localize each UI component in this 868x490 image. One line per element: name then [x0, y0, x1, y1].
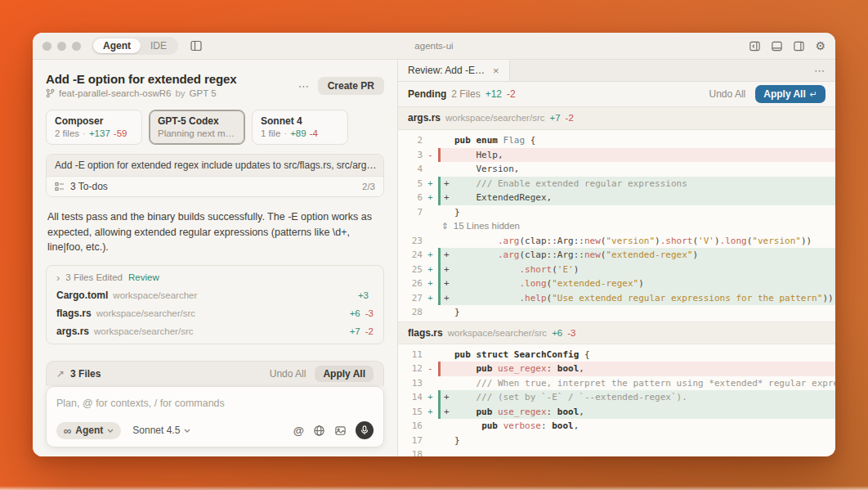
- todo-count: 3 To-dos: [70, 181, 108, 192]
- additions-count: +137: [89, 128, 110, 138]
- diff-marker: [423, 376, 438, 391]
- infinity-icon: ∞: [64, 425, 71, 437]
- chevron-down-icon: [107, 429, 114, 433]
- branch-name[interactable]: feat-parallel-search-oswR6: [59, 88, 171, 98]
- image-icon[interactable]: [334, 425, 347, 437]
- file-name: args.rs: [408, 112, 441, 124]
- edited-file-row[interactable]: flags.rs workspace/searcher/src +6-3: [47, 304, 383, 322]
- tab-agent[interactable]: Agent: [93, 38, 141, 53]
- code-line: 28}: [398, 305, 835, 320]
- line-number: 27: [398, 291, 423, 306]
- code-line: 18: [398, 447, 835, 456]
- card-gpt5-codex[interactable]: GPT-5 Codex Planning next m…: [149, 110, 245, 145]
- close-icon[interactable]: ×: [493, 65, 499, 76]
- expand-icon: ⇕: [441, 221, 449, 231]
- line-number: 6: [398, 191, 423, 205]
- microphone-button[interactable]: [356, 421, 374, 439]
- review-tabbar: Review: Add -E… × ⋯: [398, 60, 835, 82]
- diff-marker: [423, 447, 438, 456]
- file-name: flags.rs: [56, 308, 92, 319]
- diff-marker: [423, 419, 438, 434]
- additions-count: +3: [358, 290, 369, 300]
- line-number: 4: [398, 162, 423, 177]
- code-line: 7}: [398, 205, 835, 220]
- panel-bottom-icon[interactable]: [771, 40, 783, 52]
- hidden-lines-row[interactable]: ⇕15 Lines hidden: [398, 219, 835, 234]
- undo-all-button[interactable]: Undo All: [709, 88, 746, 100]
- tab-ide[interactable]: IDE: [141, 38, 177, 53]
- mode-switch: Agent IDE: [92, 37, 178, 55]
- tab-label: Review: Add -E…: [408, 65, 485, 76]
- return-key-icon: ↵: [810, 89, 817, 100]
- review-panel: Review: Add -E… × ⋯ Pending 2 Files +12 …: [398, 60, 835, 456]
- todo-progress: 2/3: [362, 182, 375, 191]
- diff-marker: -: [423, 148, 438, 163]
- agent-mode-dropdown[interactable]: ∞ Agent: [56, 422, 121, 439]
- line-number: 15: [398, 405, 423, 420]
- card-status: Planning next m…: [158, 128, 235, 138]
- line-number: 16: [398, 419, 423, 434]
- diff-marker: [423, 205, 438, 220]
- review-link[interactable]: Review: [128, 272, 159, 282]
- minimize-window-button[interactable]: [57, 42, 66, 51]
- card-files: 1 file: [261, 128, 280, 138]
- diff-area: args.rs workspace/searcher/src +7-2 2pub…: [398, 107, 835, 456]
- edited-file-row[interactable]: args.rs workspace/searcher/src +7-2: [47, 322, 383, 340]
- line-number: 2: [398, 133, 423, 148]
- diff-file-header[interactable]: flags.rs workspace/searcher/src +6-3: [398, 321, 835, 344]
- card-title: Sonnet 4: [261, 115, 339, 127]
- line-number: 25: [398, 263, 423, 277]
- panel-left-collapse-icon[interactable]: [749, 40, 761, 52]
- code-line: 2pub enum Flag {: [398, 133, 835, 148]
- deletions-count: -3: [567, 328, 575, 338]
- additions-count: +89: [290, 128, 306, 138]
- apply-all-button[interactable]: Apply All ↵: [755, 85, 825, 103]
- card-composer[interactable]: Composer 2 files·+137-59: [46, 110, 142, 145]
- chevron-right-icon[interactable]: ›: [56, 272, 60, 283]
- file-path: workspace/searcher: [113, 290, 197, 300]
- diff-marker: +: [423, 177, 438, 191]
- apply-all-button[interactable]: Apply All: [315, 366, 374, 382]
- undo-all-button[interactable]: Undo All: [270, 368, 306, 380]
- more-menu-icon[interactable]: ⋯: [298, 80, 310, 92]
- agent-cards: Composer 2 files·+137-59 GPT-5 Codex Pla…: [46, 110, 384, 145]
- mention-icon[interactable]: @: [293, 425, 304, 437]
- gear-icon[interactable]: ⚙: [815, 40, 825, 52]
- prompt-input[interactable]: [56, 398, 374, 409]
- panel-right-icon[interactable]: [793, 40, 805, 52]
- edited-file-row[interactable]: Cargo.toml workspace/searcher +3: [47, 286, 383, 304]
- additions-count: +6: [552, 328, 562, 338]
- diff-file-header[interactable]: args.rs workspace/searcher/src +7-2: [398, 107, 835, 130]
- diff-marker: +: [423, 248, 438, 263]
- titlebar-actions: ⚙: [749, 40, 825, 52]
- agent-mode-label: Agent: [75, 425, 103, 436]
- code-line: 17}: [398, 434, 835, 448]
- todo-box[interactable]: Add -E option for extended regex include…: [46, 154, 384, 197]
- card-title: GPT-5 Codex: [158, 115, 236, 127]
- task-title: Add -E option for extended regex: [46, 72, 236, 86]
- globe-icon[interactable]: [313, 425, 325, 437]
- create-pr-button[interactable]: Create PR: [318, 77, 384, 95]
- close-window-button[interactable]: [43, 42, 51, 51]
- tab-review[interactable]: Review: Add -E… ×: [398, 60, 510, 81]
- zoom-window-button[interactable]: [72, 42, 81, 51]
- additions-count: +7: [549, 113, 560, 123]
- line-number: 12: [398, 362, 423, 376]
- code-line: 15++ pub use_regex: bool,: [398, 405, 835, 420]
- code-line: 3- Help,: [398, 148, 835, 163]
- card-title: Composer: [55, 115, 133, 127]
- more-menu-icon[interactable]: ⋯: [814, 65, 825, 77]
- code-line: 27++ .help("Use extended regular express…: [398, 291, 835, 306]
- line-number: 24: [398, 248, 423, 263]
- diff-marker: +: [423, 405, 438, 420]
- diff-file: flags.rs workspace/searcher/src +6-3 11p…: [398, 321, 835, 457]
- code-line: 14++ /// (set by `-E` / `--extended-rege…: [398, 390, 835, 405]
- apply-all-label: Apply All: [763, 88, 806, 100]
- diff-marker: [423, 434, 438, 448]
- sidebar-toggle-icon[interactable]: [190, 39, 203, 52]
- model-dropdown[interactable]: Sonnet 4.5: [132, 425, 190, 436]
- card-sonnet4[interactable]: Sonnet 4 1 file·+89-4: [252, 110, 348, 145]
- agent-panel: Add -E option for extended regex feat-pa…: [33, 60, 398, 456]
- diff-marker: +: [423, 276, 438, 291]
- line-number: 13: [398, 376, 423, 391]
